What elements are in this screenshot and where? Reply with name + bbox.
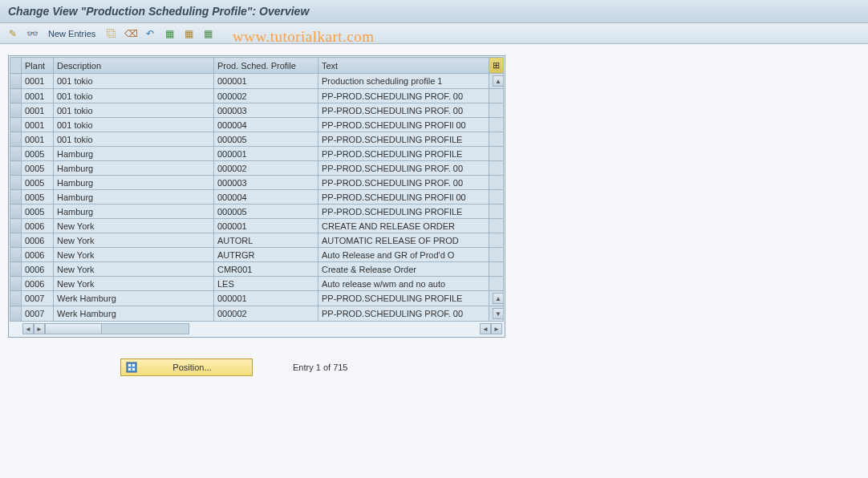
cell-plant[interactable]: 0001 xyxy=(22,89,54,103)
row-selector[interactable] xyxy=(10,233,22,248)
undo-icon[interactable]: ↶ xyxy=(142,26,158,42)
position-button[interactable]: Position... xyxy=(120,358,253,376)
cell-text[interactable]: Create & Release Order xyxy=(318,262,489,277)
cell-profile[interactable]: 000004 xyxy=(214,118,318,132)
h-scroll-left-arrow[interactable]: ◄ xyxy=(22,323,34,334)
v-scroll-cell[interactable] xyxy=(489,248,504,262)
v-scroll-cell[interactable] xyxy=(489,118,504,132)
row-selector[interactable] xyxy=(10,190,22,205)
cell-plant[interactable]: 0001 xyxy=(22,132,54,147)
row-selector[interactable] xyxy=(10,291,22,306)
row-selector[interactable] xyxy=(10,248,22,262)
cell-description[interactable]: New York xyxy=(54,219,214,233)
row-selector[interactable] xyxy=(10,205,22,219)
new-entries-button[interactable]: New Entries xyxy=(43,26,100,42)
cell-text[interactable]: PP-PROD.SCHEDULING PROFIl 00 xyxy=(318,190,489,205)
col-profile[interactable]: Prod. Sched. Profile xyxy=(214,58,318,74)
table-config-button[interactable]: ⊞ xyxy=(489,58,504,74)
cell-plant[interactable]: 0001 xyxy=(22,103,54,118)
row-selector[interactable] xyxy=(10,74,22,89)
h-scroll-right-arrow[interactable]: ► xyxy=(34,323,45,334)
v-scroll-cell[interactable] xyxy=(489,161,504,176)
cell-description[interactable]: New York xyxy=(54,277,214,291)
cell-description[interactable]: Werk Hamburg xyxy=(54,291,214,306)
cell-profile[interactable]: AUTORL xyxy=(214,233,318,248)
cell-text[interactable]: Auto release w/wm and no auto xyxy=(318,277,489,291)
v-scroll-down-arrow[interactable]: ▼ xyxy=(493,308,504,319)
cell-plant[interactable]: 0006 xyxy=(22,277,54,291)
cell-profile[interactable]: AUTRGR xyxy=(214,248,318,262)
v-scroll-cell[interactable] xyxy=(489,233,504,248)
cell-text[interactable]: PP-PROD.SCHEDULING PROF. 00 xyxy=(318,306,489,322)
v-scroll-cell[interactable]: ▲ xyxy=(489,291,504,306)
h-scroll-thumb[interactable] xyxy=(46,324,102,334)
v-scroll-cell[interactable] xyxy=(489,147,504,161)
cell-profile[interactable]: 000005 xyxy=(214,132,318,147)
cell-profile[interactable]: 000004 xyxy=(214,190,318,205)
cell-text[interactable]: AUTOMATIC RELEASE OF PROD xyxy=(318,233,489,248)
row-selector[interactable] xyxy=(10,89,22,103)
v-scroll-cell[interactable] xyxy=(489,103,504,118)
select-all-header[interactable] xyxy=(10,58,22,74)
cell-plant[interactable]: 0007 xyxy=(22,291,54,306)
cell-description[interactable]: Hamburg xyxy=(54,147,214,161)
cell-text[interactable]: PP-PROD.SCHEDULING PROF. 00 xyxy=(318,103,489,118)
cell-profile[interactable]: 000003 xyxy=(214,176,318,190)
v-scroll-cell[interactable] xyxy=(489,190,504,205)
v-scroll-cell[interactable] xyxy=(489,219,504,233)
select-all-icon[interactable]: ▦ xyxy=(161,26,177,42)
cell-description[interactable]: 001 tokio xyxy=(54,74,214,89)
v-scroll-cell[interactable] xyxy=(489,277,504,291)
cell-text[interactable]: Auto Release and GR of Prod'd O xyxy=(318,248,489,262)
cell-plant[interactable]: 0006 xyxy=(22,219,54,233)
display-icon[interactable]: 👓 xyxy=(24,26,40,42)
row-selector[interactable] xyxy=(10,219,22,233)
cell-text[interactable]: PP-PROD.SCHEDULING PROF. 00 xyxy=(318,89,489,103)
cell-profile[interactable]: 000001 xyxy=(214,219,318,233)
cell-description[interactable]: Hamburg xyxy=(54,205,214,219)
v-scroll-cell[interactable] xyxy=(489,89,504,103)
cell-profile[interactable]: 000001 xyxy=(214,147,318,161)
cell-plant[interactable]: 0005 xyxy=(22,205,54,219)
cell-text[interactable]: PP-PROD.SCHEDULING PROF. 00 xyxy=(318,176,489,190)
cell-text[interactable]: PP-PROD.SCHEDULING PROFILE xyxy=(318,147,489,161)
v-scroll-cell[interactable]: ▲ xyxy=(489,74,504,89)
cell-text[interactable]: PP-PROD.SCHEDULING PROFILE xyxy=(318,291,489,306)
cell-plant[interactable]: 0005 xyxy=(22,176,54,190)
delete-icon[interactable]: ⌫ xyxy=(123,26,139,42)
cell-plant[interactable]: 0005 xyxy=(22,147,54,161)
cell-description[interactable]: 001 tokio xyxy=(54,132,214,147)
v-scroll-cell[interactable]: ▼ xyxy=(489,306,504,322)
cell-text[interactable]: PP-PROD.SCHEDULING PROFILE xyxy=(318,132,489,147)
cell-profile[interactable]: 000002 xyxy=(214,89,318,103)
cell-profile[interactable]: 000002 xyxy=(214,306,318,322)
cell-plant[interactable]: 0005 xyxy=(22,190,54,205)
cell-profile[interactable]: LES xyxy=(214,277,318,291)
toggle-change-icon[interactable]: ✎ xyxy=(5,26,21,42)
cell-plant[interactable]: 0005 xyxy=(22,161,54,176)
cell-plant[interactable]: 0006 xyxy=(22,262,54,277)
cell-text[interactable]: CREATE AND RELEASE ORDER xyxy=(318,219,489,233)
h-scroll-left-arrow-2[interactable]: ◄ xyxy=(480,323,491,334)
cell-description[interactable]: Hamburg xyxy=(54,176,214,190)
row-selector[interactable] xyxy=(10,262,22,277)
cell-description[interactable]: 001 tokio xyxy=(54,118,214,132)
v-scroll-cell[interactable] xyxy=(489,176,504,190)
v-scroll-cell[interactable] xyxy=(489,132,504,147)
cell-profile[interactable]: 000002 xyxy=(214,161,318,176)
h-scroll-right-arrow-2[interactable]: ► xyxy=(491,323,502,334)
cell-description[interactable]: Hamburg xyxy=(54,190,214,205)
cell-description[interactable]: New York xyxy=(54,262,214,277)
cell-description[interactable]: 001 tokio xyxy=(54,103,214,118)
deselect-all-icon[interactable]: ▦ xyxy=(200,26,216,42)
row-selector[interactable] xyxy=(10,277,22,291)
v-scroll-cell[interactable] xyxy=(489,262,504,277)
row-selector[interactable] xyxy=(10,103,22,118)
v-scroll-up-arrow[interactable]: ▲ xyxy=(493,75,504,87)
row-selector[interactable] xyxy=(10,132,22,147)
cell-plant[interactable]: 0001 xyxy=(22,118,54,132)
col-description[interactable]: Description xyxy=(54,58,214,74)
cell-description[interactable]: Hamburg xyxy=(54,161,214,176)
cell-text[interactable]: PP-PROD.SCHEDULING PROF. 00 xyxy=(318,161,489,176)
cell-text[interactable]: PP-PROD.SCHEDULING PROFIl 00 xyxy=(318,118,489,132)
